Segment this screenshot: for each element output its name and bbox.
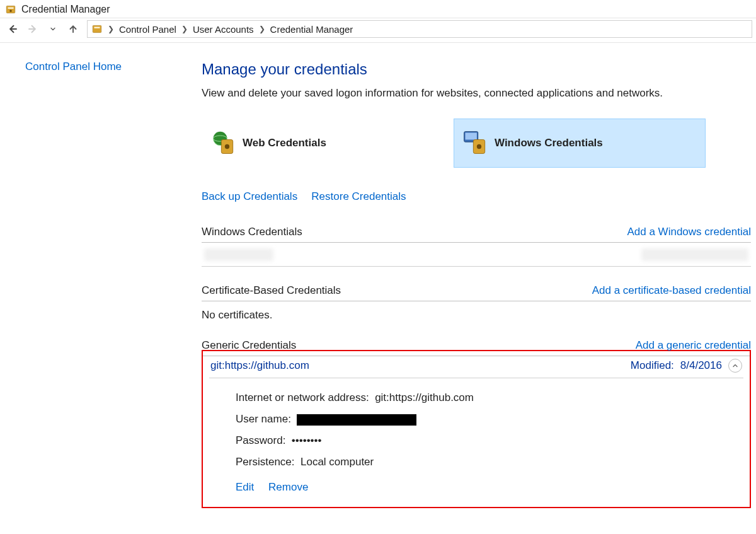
section-title: Certificate-Based Credentials xyxy=(202,284,341,297)
restore-credentials-link[interactable]: Restore Credentials xyxy=(311,190,406,202)
credential-name: git:https://github.com xyxy=(210,359,309,372)
main-content: Manage your credentials View and delete … xyxy=(202,61,756,508)
backup-restore-links: Back up Credentials Restore Credentials xyxy=(202,190,751,203)
redacted-text xyxy=(204,248,273,261)
certificate-credentials-section: Certificate-Based Credentials Add a cert… xyxy=(202,284,751,322)
chevron-right-icon: ❯ xyxy=(181,25,188,33)
edit-link[interactable]: Edit xyxy=(236,481,254,493)
svg-point-8 xyxy=(225,144,229,149)
windows-credentials-section: Windows Credentials Add a Windows creden… xyxy=(202,226,751,267)
password-value: •••••••• xyxy=(292,434,322,446)
web-credentials-tile[interactable]: Web Credentials xyxy=(202,119,454,168)
section-title: Generic Credentials xyxy=(202,339,296,352)
redacted-text xyxy=(641,248,748,261)
svg-rect-4 xyxy=(94,27,100,28)
address-label: Internet or network address: xyxy=(236,387,369,409)
chevron-up-icon xyxy=(731,362,739,369)
persistence-value: Local computer xyxy=(301,456,374,468)
svg-rect-10 xyxy=(466,133,477,140)
chevron-right-icon: ❯ xyxy=(259,25,265,33)
add-certificate-credential-link[interactable]: Add a certificate-based credential xyxy=(592,284,751,297)
recent-dropdown[interactable] xyxy=(44,20,62,38)
chevron-right-icon: ❯ xyxy=(108,25,114,33)
tile-label: Windows Credentials xyxy=(495,137,603,149)
svg-rect-1 xyxy=(8,8,14,9)
sidebar: Control Panel Home xyxy=(0,61,202,508)
up-button[interactable] xyxy=(64,20,82,38)
collapse-button[interactable] xyxy=(728,359,742,373)
generic-credentials-section: Generic Credentials Add a generic creden… xyxy=(202,339,751,508)
credential-entry-header[interactable]: git:https://github.com Modified: 8/4/201… xyxy=(209,352,743,378)
windows-credentials-tile[interactable]: Windows Credentials xyxy=(454,119,706,168)
svg-rect-3 xyxy=(93,25,101,32)
monitor-vault-icon xyxy=(462,129,490,157)
tile-label: Web Credentials xyxy=(243,137,326,149)
add-generic-credential-link[interactable]: Add a generic credential xyxy=(636,339,751,352)
add-windows-credential-link[interactable]: Add a Windows credential xyxy=(627,226,751,238)
credential-details: Internet or network address: git:https:/… xyxy=(209,378,743,498)
credential-actions: Edit Remove xyxy=(236,473,743,498)
control-panel-home-link[interactable]: Control Panel Home xyxy=(25,61,122,73)
modified-label: Modified: xyxy=(631,359,674,372)
globe-vault-icon xyxy=(210,129,238,157)
address-bar[interactable]: ❯ Control Panel ❯ User Accounts ❯ Creden… xyxy=(87,20,752,38)
page-heading: Manage your credentials xyxy=(202,61,751,78)
back-button[interactable] xyxy=(4,20,21,38)
backup-credentials-link[interactable]: Back up Credentials xyxy=(202,190,297,202)
breadcrumb-item[interactable]: User Accounts xyxy=(193,24,254,35)
remove-link[interactable]: Remove xyxy=(268,481,308,493)
app-icon xyxy=(5,4,16,15)
title-bar: Credential Manager xyxy=(0,0,756,18)
page-description: View and delete your saved logon informa… xyxy=(202,87,751,100)
username-redacted xyxy=(297,414,416,426)
address-value: git:https://github.com xyxy=(375,392,474,403)
username-label: User name: xyxy=(236,409,291,430)
password-label: Password: xyxy=(236,430,285,451)
forward-button[interactable] xyxy=(24,20,42,38)
address-icon xyxy=(91,23,103,35)
window-title: Credential Manager xyxy=(21,4,110,15)
breadcrumb-item[interactable]: Credential Manager xyxy=(270,24,353,35)
section-title: Windows Credentials xyxy=(202,226,302,238)
breadcrumb-item[interactable]: Control Panel xyxy=(119,24,176,35)
modified-date: 8/4/2016 xyxy=(680,359,722,372)
credential-type-tiles: Web Credentials Windows Credentials xyxy=(202,119,751,168)
svg-point-12 xyxy=(477,144,481,149)
credential-row-redacted[interactable] xyxy=(202,243,751,267)
no-certificates-text: No certificates. xyxy=(202,301,751,322)
persistence-label: Persistence: xyxy=(236,451,295,473)
highlighted-credential-entry: git:https://github.com Modified: 8/4/201… xyxy=(202,350,751,508)
nav-toolbar: ❯ Control Panel ❯ User Accounts ❯ Creden… xyxy=(0,18,756,43)
svg-point-2 xyxy=(9,10,11,12)
